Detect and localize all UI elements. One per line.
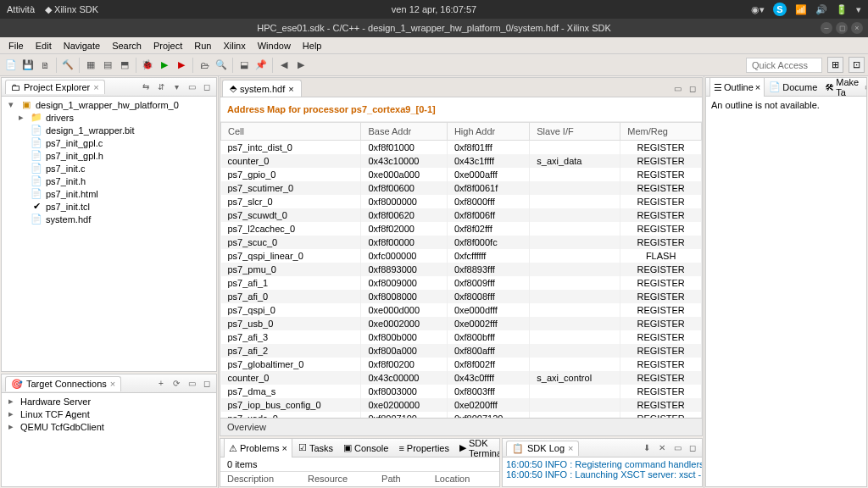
minimize-button[interactable]: – xyxy=(821,22,832,34)
table-row[interactable]: ps7_scuc_00xf8f000000xf8f000fcREGISTER xyxy=(221,236,702,249)
table-row[interactable]: counter_00x43c100000x43c1ffffs_axi_dataR… xyxy=(221,154,702,168)
table-row[interactable]: counter_00x43c000000x43c0ffffs_axi_contr… xyxy=(221,371,702,385)
problems-tab-tasks[interactable]: ☑Tasks xyxy=(294,438,337,460)
table-header[interactable]: Slave I/F xyxy=(530,123,620,141)
table-header[interactable]: Mem/Reg xyxy=(620,123,702,141)
minimize-icon[interactable]: ▭ xyxy=(671,442,683,454)
column-header[interactable]: Path xyxy=(381,474,401,484)
menu-navigate[interactable]: Navigate xyxy=(58,39,105,53)
new-icon[interactable]: 📄 xyxy=(3,58,19,73)
table-row[interactable]: ps7_afi_30xf800b0000xf800bfffREGISTER xyxy=(221,330,702,344)
menu-search[interactable]: Search xyxy=(107,39,147,53)
battery-icon[interactable]: 🔋 xyxy=(836,4,848,15)
expand-icon[interactable]: ▸ xyxy=(19,112,27,123)
target-item[interactable]: ▸Linux TCF Agent xyxy=(2,408,216,420)
forward-icon[interactable]: ▶ xyxy=(293,58,309,73)
overview-tab[interactable]: Overview xyxy=(220,418,702,435)
project-explorer-tab[interactable]: 🗀 Project Explorer × xyxy=(5,80,105,94)
problems-tab-console[interactable]: ▣Console xyxy=(339,438,392,460)
close-icon[interactable]: × xyxy=(110,379,115,389)
table-row[interactable]: ps7_usb_00xe00020000xe0002fffREGISTER xyxy=(221,317,702,330)
menu-window[interactable]: Window xyxy=(253,39,296,53)
pin-icon[interactable]: 📌 xyxy=(253,58,269,73)
open-type-icon[interactable]: 🗁 xyxy=(197,58,212,73)
tree-item[interactable]: ▸📁drivers xyxy=(2,111,216,124)
tree-item[interactable]: 📄ps7_init_gpl.h xyxy=(2,149,216,162)
maximize-button[interactable]: ◻ xyxy=(836,22,848,34)
power-icon[interactable]: ▾ xyxy=(856,4,861,15)
save-all-icon[interactable]: 🗎 xyxy=(37,58,53,73)
build-icon[interactable]: 🔨 xyxy=(60,58,75,73)
tree-item[interactable]: 📄system.hdf xyxy=(2,213,216,225)
close-icon[interactable]: × xyxy=(755,82,760,92)
expand-icon[interactable]: ▸ xyxy=(8,396,17,407)
maximize-icon[interactable]: ◻ xyxy=(687,442,698,454)
table-row[interactable]: ps7_slcr_00xf80000000xf8000fffREGISTER xyxy=(221,195,702,208)
generate-icon[interactable]: ⬒ xyxy=(117,58,132,73)
table-row[interactable]: ps7_scuwdt_00xf8f006200xf8f006ffREGISTER xyxy=(221,208,702,222)
menu-xilinx[interactable]: Xilinx xyxy=(218,39,250,53)
chip-icon[interactable]: ▦ xyxy=(83,58,98,73)
table-row[interactable]: ps7_qspi_00xe000d0000xe000dfffREGISTER xyxy=(221,303,702,317)
table-row[interactable]: ps7_pmu_00xf88930000xf8893fffREGISTER xyxy=(221,263,702,276)
tree-item[interactable]: 📄ps7_init.h xyxy=(2,175,216,187)
tree-item[interactable]: 📄ps7_init.c xyxy=(2,162,216,175)
target-tree[interactable]: ▸Hardware Server▸Linux TCF Agent▸QEMU Tc… xyxy=(2,393,216,486)
maximize-icon[interactable]: ◻ xyxy=(201,378,213,390)
close-button[interactable]: × xyxy=(851,22,863,34)
clock[interactable]: ven 12 apr, 16:07:57 xyxy=(392,4,476,14)
outline-tab-1[interactable]: 📄Docume xyxy=(765,77,821,99)
back-icon[interactable]: ◀ xyxy=(276,58,292,73)
column-header[interactable]: Description xyxy=(227,474,274,484)
menu-help[interactable]: Help xyxy=(298,39,327,53)
target-item[interactable]: ▸QEMU TcfGdbClient xyxy=(2,420,216,433)
menu-run[interactable]: Run xyxy=(189,39,216,53)
tree-item[interactable]: 📄design_1_wrapper.bit xyxy=(2,124,216,136)
export-icon[interactable]: ⬇ xyxy=(641,442,653,454)
expand-icon[interactable]: ▸ xyxy=(8,408,17,419)
maximize-icon[interactable]: ◻ xyxy=(201,81,213,93)
column-header[interactable]: Location xyxy=(435,474,470,484)
menu-file[interactable]: File xyxy=(3,39,29,53)
table-row[interactable]: ps7_scutimer_00xf8f006000xf8f0061fREGIST… xyxy=(221,181,702,195)
close-icon[interactable]: × xyxy=(568,443,573,453)
table-header[interactable]: High Addr xyxy=(447,123,529,141)
external-icon[interactable]: ▶ xyxy=(174,58,189,73)
table-row[interactable]: ps7_afi_20xf800a0000xf800afffREGISTER xyxy=(221,344,702,358)
problems-tab-sdk-terminal[interactable]: ▶SDK Terminal xyxy=(455,438,500,460)
close-icon[interactable]: × xyxy=(281,443,287,453)
search-icon[interactable]: 🔍 xyxy=(214,58,229,73)
minimize-icon[interactable]: ▭ xyxy=(186,81,198,93)
table-row[interactable]: ps7_dma_s0xf80030000xf8003fffREGISTER xyxy=(221,385,702,398)
column-header[interactable]: Resource xyxy=(308,474,348,484)
tree-item[interactable]: 📄ps7_init_gpl.c xyxy=(2,136,216,149)
table-row[interactable]: ps7_iop_bus_config_00xe02000000xe0200fff… xyxy=(221,398,702,412)
table-row[interactable]: ps7_globaltimer_00xf8f002000xf8f002ffREG… xyxy=(221,358,702,371)
tree-root[interactable]: ▾ ▣ design_1_wrapper_hw_platform_0 xyxy=(2,98,216,111)
menu-edit[interactable]: Edit xyxy=(31,39,57,53)
target-item[interactable]: ▸Hardware Server xyxy=(2,395,216,408)
skype-icon[interactable]: S xyxy=(773,3,787,16)
close-icon[interactable]: × xyxy=(288,84,293,94)
outline-tab-0[interactable]: ☰Outline× xyxy=(709,77,765,99)
add-icon[interactable]: + xyxy=(155,378,167,390)
tree-item[interactable]: 📄ps7_init.html xyxy=(2,187,216,200)
quick-access-input[interactable] xyxy=(746,58,822,73)
maximize-icon[interactable]: ◻ xyxy=(687,82,698,94)
close-icon[interactable]: × xyxy=(93,82,98,92)
minimize-icon[interactable]: ▭ xyxy=(186,378,198,390)
run-icon[interactable]: ▶ xyxy=(157,58,172,73)
tree-item[interactable]: ✔ps7_init.tcl xyxy=(2,200,216,213)
outline-tab-2[interactable]: 🛠Make Ta xyxy=(821,77,862,99)
notification-icon[interactable]: ◉▾ xyxy=(751,4,765,15)
problems-tab-properties[interactable]: ≡Properties xyxy=(394,438,453,460)
minimize-icon[interactable]: ▭ xyxy=(862,81,867,93)
table-row[interactable]: ps7_l2cachec_00xf8f020000xf8f02fffREGIST… xyxy=(221,222,702,236)
table-header[interactable]: Cell xyxy=(221,123,361,141)
perspective-cpp-button[interactable]: ⊡ xyxy=(849,57,865,73)
problems-tab-problems[interactable]: ⚠Problems× xyxy=(224,438,292,460)
editor-tab-system-hdf[interactable]: ⬘ system.hdf × xyxy=(222,80,302,97)
table-row[interactable]: ps7_afi_00xf80080000xf8008fffREGISTER xyxy=(221,290,702,303)
menu-icon[interactable]: ▾ xyxy=(170,81,182,93)
table-row[interactable]: ps7_qspi_linear_00xfc0000000xfcffffffFLA… xyxy=(221,249,702,263)
